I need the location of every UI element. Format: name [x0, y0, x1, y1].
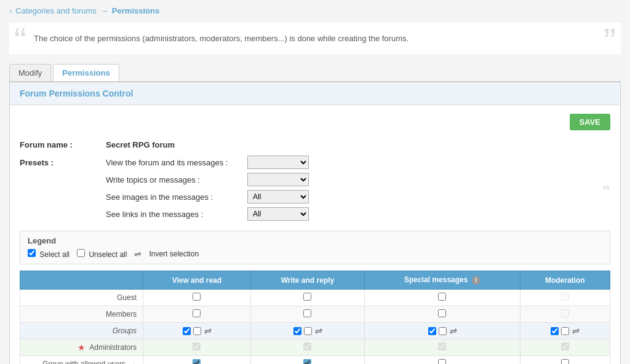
forum-name-row: Forum name : Secret RPG forum — [20, 138, 610, 149]
groups-write-all-checkbox[interactable] — [293, 327, 301, 335]
groups-moderation-checkgroup: ⇌ — [525, 326, 605, 336]
table-row-allowed: Group with allowed users → — [20, 356, 610, 365]
tab-modify[interactable]: Modify — [9, 64, 51, 81]
breadcrumb-categories[interactable]: Categories and forums — [15, 6, 97, 15]
admin-view-checkbox[interactable] — [193, 342, 201, 350]
members-view-cell — [143, 306, 251, 323]
guest-moderation-cell — [520, 290, 610, 306]
table-row-admin: ★ Administrators — [20, 339, 610, 356]
groups-special-cell: ⇌ — [365, 323, 520, 339]
guest-view-checkbox[interactable] — [193, 293, 201, 301]
allowed-view-checkbox[interactable] — [193, 359, 201, 364]
groups-write-checkgroup: ⇌ — [256, 326, 359, 336]
panel-title: Forum Permissions Control — [20, 89, 610, 98]
preset-images: See images in the messages : All — [106, 190, 610, 204]
groups-moderation-all-checkbox[interactable] — [551, 327, 559, 335]
quote-text: The choice of the permissions (administr… — [34, 34, 409, 43]
col-header-special: Special messages i — [365, 271, 520, 290]
guest-special-checkbox[interactable] — [438, 293, 446, 301]
col-header-view: View and read — [143, 271, 251, 290]
admin-label-text: Administrators — [89, 343, 137, 352]
row-label-groups: Groups — [20, 323, 143, 339]
admin-special-cell — [365, 339, 520, 356]
groups-write-none-checkbox[interactable] — [304, 327, 312, 335]
unselect-all-label[interactable]: Unselect all — [77, 249, 127, 259]
preset-images-select[interactable]: All — [247, 190, 309, 204]
special-info-icon[interactable]: i — [472, 276, 480, 285]
preset-view-select[interactable] — [247, 156, 309, 169]
allowed-write-checkbox[interactable] — [303, 359, 311, 364]
groups-view-invert-icon[interactable]: ⇌ — [204, 326, 211, 336]
table-row: Members — [20, 306, 610, 323]
unselect-all-checkbox[interactable] — [77, 249, 85, 257]
save-top-container: SAVE — [20, 114, 610, 130]
groups-moderation-invert-icon[interactable]: ⇌ — [572, 326, 579, 336]
legend-box: Legend Select all Unselect all ⇌ Invert … — [20, 231, 610, 264]
permissions-table: View and read Write and reply Special me… — [20, 271, 610, 364]
preset-write: Write topics or messages : — [106, 173, 610, 186]
members-view-checkbox[interactable] — [193, 309, 201, 317]
groups-view-cell: ⇌ — [143, 323, 251, 339]
allowed-special-checkbox[interactable] — [438, 359, 446, 364]
col-header-moderation: Moderation — [520, 271, 610, 290]
breadcrumb: › Categories and forums → Permissions — [9, 6, 621, 15]
preset-links: See links in the messages : All — [106, 207, 610, 221]
breadcrumb-arrow: → — [100, 6, 108, 15]
allowed-moderation-checkbox[interactable] — [561, 359, 569, 364]
tab-bar: Modify Permissions — [9, 64, 621, 82]
admin-write-cell — [250, 339, 364, 356]
groups-special-none-checkbox[interactable] — [439, 327, 447, 335]
save-button-top[interactable]: SAVE — [570, 114, 610, 130]
admin-special-checkbox[interactable] — [438, 342, 446, 350]
groups-view-all-checkbox[interactable] — [183, 327, 191, 335]
guest-special-cell — [365, 290, 520, 306]
table-header-row: View and read Write and reply Special me… — [20, 271, 610, 290]
invert-icon: ⇌ — [134, 249, 142, 259]
groups-moderation-cell: ⇌ — [520, 323, 610, 339]
members-special-checkbox[interactable] — [438, 309, 446, 317]
table-row-groups: Groups ⇌ ⇌ — [20, 323, 610, 339]
guest-write-checkbox[interactable] — [303, 293, 311, 301]
tab-permissions[interactable]: Permissions — [53, 64, 119, 81]
groups-special-all-checkbox[interactable] — [428, 327, 436, 335]
row-label-admin: ★ Administrators — [20, 339, 143, 356]
invert-label[interactable]: Invert selection — [149, 250, 199, 258]
legend-controls: Select all Unselect all ⇌ Invert selecti… — [28, 249, 602, 259]
groups-special-checkgroup: ⇌ — [370, 326, 514, 336]
presets-label: Presets : — [20, 156, 106, 167]
admin-moderation-cell — [520, 339, 610, 356]
legend-title: Legend — [28, 236, 602, 245]
preset-write-select[interactable] — [247, 173, 309, 186]
allowed-label-text: Group with allowed users — [42, 360, 126, 364]
guest-moderation-checkbox[interactable] — [561, 293, 569, 301]
admin-moderation-checkbox[interactable] — [561, 342, 569, 350]
select-all-label[interactable]: Select all — [28, 249, 70, 259]
groups-moderation-none-checkbox[interactable] — [561, 327, 569, 335]
preset-view: View the forum and its messages : — [106, 156, 610, 169]
breadcrumb-chevron: › — [9, 6, 12, 15]
breadcrumb-current: Permissions — [112, 6, 159, 15]
groups-view-none-checkbox[interactable] — [193, 327, 201, 335]
groups-write-cell: ⇌ — [250, 323, 364, 339]
presets-row: Presets : View the forum and its message… — [20, 156, 610, 224]
admin-view-cell — [143, 339, 251, 356]
panel-body: SAVE Forum name : Secret RPG forum Prese… — [10, 105, 620, 364]
preset-links-select[interactable]: All — [247, 207, 309, 221]
row-label-guest: Guest — [20, 290, 143, 306]
groups-special-invert-icon[interactable]: ⇌ — [449, 326, 457, 336]
select-all-checkbox[interactable] — [28, 249, 36, 257]
row-label-members: Members — [20, 306, 143, 323]
forum-name-label: Forum name : — [20, 138, 106, 149]
members-moderation-checkbox[interactable] — [561, 309, 569, 317]
scroll-indicator: ▭ — [603, 183, 609, 191]
admin-write-checkbox[interactable] — [303, 342, 311, 350]
quote-block: The choice of the permissions (administr… — [9, 23, 621, 54]
allowed-view-cell — [143, 356, 251, 365]
members-write-checkbox[interactable] — [303, 309, 311, 317]
row-label-allowed: Group with allowed users → — [20, 356, 143, 365]
allowed-arrow-icon: → — [129, 360, 137, 364]
table-row: Guest — [20, 290, 610, 306]
allowed-write-cell — [250, 356, 364, 365]
groups-write-invert-icon[interactable]: ⇌ — [314, 326, 322, 336]
guest-write-cell — [250, 290, 364, 306]
